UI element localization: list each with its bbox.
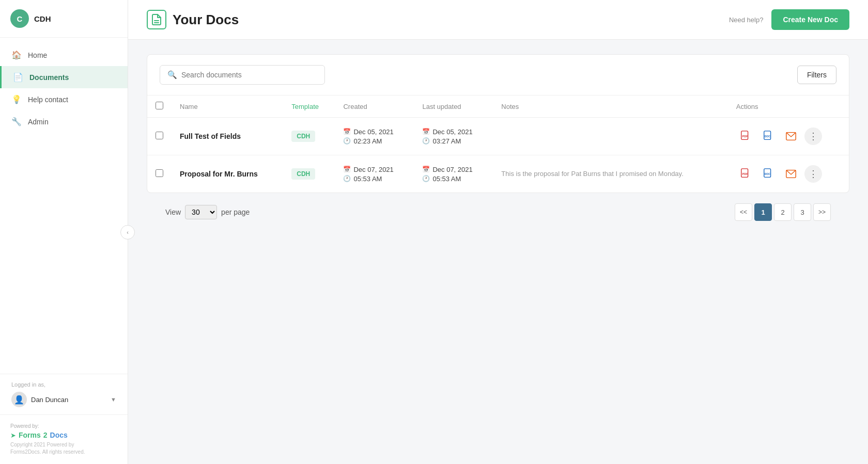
search-box[interactable]: 🔍 xyxy=(160,65,325,85)
th-last-updated: Last updated xyxy=(414,95,493,118)
header-right: Need help? Create New Doc xyxy=(729,9,849,30)
sidebar-user-section: Logged in as, 👤 Dan Duncan ▼ xyxy=(0,374,128,414)
per-page-select[interactable]: 30 50 100 xyxy=(185,205,217,219)
need-help-text[interactable]: Need help? xyxy=(729,16,764,24)
row-checkbox-1[interactable] xyxy=(156,169,163,177)
row-created-0: 📅Dec 05, 2021 🕐02:23 AM xyxy=(335,118,414,155)
page-1-button[interactable]: 1 xyxy=(754,203,772,221)
page-controls: <<123>> xyxy=(735,203,831,221)
sidebar-item-home[interactable]: 🏠 Home xyxy=(0,44,128,66)
logged-in-label: Logged in as, xyxy=(11,381,116,388)
word-button-0[interactable]: DOC xyxy=(759,127,778,146)
sidebar-item-label-help-contact: Help contact xyxy=(28,95,68,104)
row-template-1: CDH xyxy=(283,155,335,193)
sidebar-nav: 🏠 Home 📄 Documents 💡 Help contact 🔧 Admi… xyxy=(0,38,128,374)
svg-text:DOC: DOC xyxy=(765,135,771,138)
row-created-1: 📅Dec 07, 2021 🕐05:53 AM xyxy=(335,155,414,193)
filters-button[interactable]: Filters xyxy=(797,66,836,84)
home-icon: 🏠 xyxy=(11,50,22,60)
row-notes-0 xyxy=(493,118,728,155)
th-notes: Notes xyxy=(493,95,728,118)
svg-text:PDF: PDF xyxy=(742,172,748,175)
pagination-bar: View 30 50 100 per page <<123>> xyxy=(147,193,849,231)
row-checkbox-0[interactable] xyxy=(156,132,163,139)
content-area: 🔍 Filters Name Template Created Last upd xyxy=(128,40,868,246)
user-dropdown-arrow: ▼ xyxy=(111,396,116,403)
table-row: Full Test of Fields CDH 📅Dec 05, 2021 🕐0… xyxy=(147,118,849,155)
app-name: CDH xyxy=(34,14,51,23)
search-icon: 🔍 xyxy=(167,70,177,79)
email-button-1[interactable] xyxy=(782,165,800,183)
view-label: View xyxy=(165,208,181,216)
docs-panel: 🔍 Filters Name Template Created Last upd xyxy=(147,54,849,193)
sidebar-item-help-contact[interactable]: 💡 Help contact xyxy=(0,88,128,110)
copyright-text: Copyright 2021 Powered byForms2Docs. All… xyxy=(10,441,117,456)
brand-link[interactable]: ➤ Forms 2 Docs xyxy=(10,431,117,439)
page-2-button[interactable]: 2 xyxy=(774,203,792,221)
help-contact-icon: 💡 xyxy=(11,94,22,104)
row-notes-1: This is the proposal for Pat Burns that … xyxy=(493,155,728,193)
th-created: Created xyxy=(335,95,414,118)
sidebar-item-documents[interactable]: 📄 Documents xyxy=(0,66,128,88)
per-page-label: per page xyxy=(221,208,250,216)
svg-text:PDF: PDF xyxy=(742,135,748,138)
svg-text:DOC: DOC xyxy=(765,172,771,175)
th-actions: Actions xyxy=(728,95,849,118)
th-template: Template xyxy=(283,95,335,118)
brand-docs: Docs xyxy=(50,431,68,439)
brand-arrow-icon: ➤ xyxy=(10,431,16,439)
create-new-doc-button[interactable]: Create New Doc xyxy=(771,9,849,30)
sidebar-item-label-documents: Documents xyxy=(29,73,69,82)
email-button-0[interactable] xyxy=(782,127,800,146)
page-last-button[interactable]: >> xyxy=(813,203,831,221)
more-actions-button-1[interactable]: ⋮ xyxy=(804,165,822,183)
th-name: Name xyxy=(172,95,283,118)
docs-table: Name Template Created Last updated Notes… xyxy=(147,95,849,193)
user-avatar: 👤 xyxy=(11,392,27,407)
page-header: Your Docs Need help? Create New Doc xyxy=(128,0,868,40)
page-title-group: Your Docs xyxy=(147,10,239,29)
sidebar-item-label-home: Home xyxy=(28,51,47,59)
logo-avatar: C xyxy=(10,9,29,28)
view-select-group: View 30 50 100 per page xyxy=(165,205,250,219)
row-actions-1: PDF DOC ⋮ xyxy=(728,155,849,193)
toolbar: 🔍 Filters xyxy=(147,55,849,95)
page-title-icon xyxy=(147,10,166,29)
row-name-0: Full Test of Fields xyxy=(172,118,283,155)
sidebar-item-label-admin: Admin xyxy=(28,118,49,126)
row-checkbox-cell xyxy=(147,118,172,155)
sidebar: C CDH 🏠 Home 📄 Documents 💡 Help contact … xyxy=(0,0,128,464)
documents-icon: 📄 xyxy=(13,72,23,82)
sidebar-logo: C CDH xyxy=(0,0,128,38)
pdf-button-1[interactable]: PDF xyxy=(736,165,755,183)
more-actions-button-0[interactable]: ⋮ xyxy=(804,127,822,145)
row-actions-0: PDF DOC ⋮ xyxy=(728,118,849,155)
user-row[interactable]: 👤 Dan Duncan ▼ xyxy=(11,392,116,407)
main-content: Your Docs Need help? Create New Doc 🔍 Fi… xyxy=(128,0,868,464)
page-first-button[interactable]: << xyxy=(735,203,752,221)
row-updated-0: 📅Dec 05, 2021 🕐03:27 AM xyxy=(414,118,493,155)
select-all-checkbox[interactable] xyxy=(156,102,163,109)
row-checkbox-cell xyxy=(147,155,172,193)
table-row: Proposal for Mr. Burns CDH 📅Dec 07, 2021… xyxy=(147,155,849,193)
sidebar-footer: Powered by: ➤ Forms 2 Docs Copyright 202… xyxy=(0,414,128,464)
row-updated-1: 📅Dec 07, 2021 🕐05:53 AM xyxy=(414,155,493,193)
row-template-0: CDH xyxy=(283,118,335,155)
sidebar-collapse-button[interactable]: ‹ xyxy=(120,225,135,239)
table-body: Full Test of Fields CDH 📅Dec 05, 2021 🕐0… xyxy=(147,118,849,193)
th-checkbox xyxy=(147,95,172,118)
page-3-button[interactable]: 3 xyxy=(794,203,811,221)
search-input[interactable] xyxy=(181,71,317,79)
row-name-1: Proposal for Mr. Burns xyxy=(172,155,283,193)
brand-forms: Forms xyxy=(19,431,41,439)
word-button-1[interactable]: DOC xyxy=(759,165,778,183)
page-title: Your Docs xyxy=(173,12,239,28)
admin-icon: 🔧 xyxy=(11,117,22,126)
powered-label: Powered by: xyxy=(10,423,117,429)
brand-2: 2 xyxy=(43,431,48,439)
user-name: Dan Duncan xyxy=(31,396,106,404)
pdf-button-0[interactable]: PDF xyxy=(736,127,755,146)
sidebar-item-admin[interactable]: 🔧 Admin xyxy=(0,110,128,133)
table-header: Name Template Created Last updated Notes… xyxy=(147,95,849,118)
